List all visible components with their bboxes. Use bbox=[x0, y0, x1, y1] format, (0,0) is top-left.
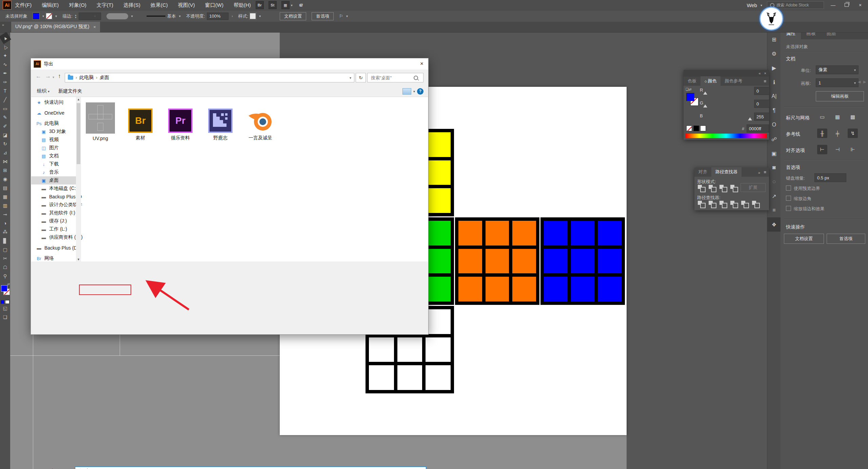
channel-value[interactable]: 0 bbox=[754, 100, 770, 108]
tab-color-guide[interactable]: 颜色参考 bbox=[721, 76, 746, 86]
fill-swatch[interactable] bbox=[686, 93, 694, 101]
menu-item[interactable]: 对象(O) bbox=[69, 2, 86, 8]
minimize-button[interactable]: — bbox=[829, 2, 837, 8]
hand-tool[interactable]: ☖ bbox=[1, 263, 9, 272]
snap-to-grid-icon[interactable]: ⊢ bbox=[817, 145, 827, 154]
stroke-color-swatch[interactable] bbox=[46, 13, 52, 19]
filename-input[interactable]: 贴图 ▾ bbox=[75, 467, 426, 469]
show-grid-icon[interactable]: ▦ bbox=[832, 112, 843, 122]
lasso-tool[interactable]: ∿ bbox=[1, 60, 9, 69]
none-mode-icon[interactable] bbox=[6, 300, 9, 304]
sidebar-item[interactable]: ▬ 其他软件 (I:) bbox=[31, 209, 76, 217]
keyboard-increment-input[interactable]: 0.5 px bbox=[814, 173, 846, 182]
smart-guides-icon[interactable]: ↯ bbox=[848, 129, 858, 138]
menu-item[interactable]: 文字(T) bbox=[97, 2, 113, 8]
artboard-tool[interactable]: ▢ bbox=[1, 245, 9, 254]
type-tool[interactable]: T bbox=[1, 86, 9, 95]
line-segment-tool[interactable]: ╱ bbox=[1, 95, 9, 104]
column-graph-tool[interactable]: ▊ bbox=[1, 236, 9, 245]
perspective-grid-tool[interactable]: ▤ bbox=[1, 183, 9, 192]
chevron-down-icon[interactable]: ▾ bbox=[350, 76, 351, 80]
stroke-weight-combo[interactable]: ▾ bbox=[79, 13, 101, 20]
edit-artboards-button[interactable]: 编辑画板 bbox=[816, 91, 864, 101]
user-avatar[interactable] bbox=[760, 7, 783, 31]
sidebar-item[interactable]: ▤ 视频 bbox=[31, 136, 76, 144]
mesh-tool[interactable]: ▦ bbox=[1, 192, 9, 201]
eyedropper-tool[interactable]: ⊸ bbox=[1, 210, 9, 219]
refresh-button[interactable]: ↻ bbox=[356, 73, 366, 82]
breadcrumb-desktop[interactable]: 桌面 bbox=[100, 75, 109, 81]
expand-button[interactable]: 扩展 bbox=[741, 183, 766, 192]
panel-menu-icon[interactable]: ≡ bbox=[764, 170, 766, 175]
stroke-weight-stepper[interactable]: ▲▼ bbox=[75, 14, 77, 19]
width-tool[interactable]: ⋈ bbox=[1, 157, 9, 166]
sidebar-item[interactable]: ▤ 文档 bbox=[31, 152, 76, 160]
view-mode-icon[interactable] bbox=[402, 88, 411, 95]
shape-builder-tool[interactable]: ◉ bbox=[1, 175, 9, 183]
menu-item[interactable]: 选择(S) bbox=[123, 2, 140, 8]
pointer-options-icon[interactable]: ⚐ ▾ bbox=[339, 14, 348, 19]
share-icon[interactable]: 🖅 bbox=[297, 1, 305, 9]
sidebar-item[interactable]: ▣ 桌面 bbox=[31, 176, 76, 184]
rotate-tool[interactable]: ↻ bbox=[1, 139, 9, 148]
menu-item[interactable]: 文件(F) bbox=[15, 2, 32, 8]
slice-tool[interactable]: ✂ bbox=[1, 254, 9, 263]
tab-swatches[interactable]: 色板 bbox=[684, 76, 701, 86]
shaper-tool[interactable]: ✐ bbox=[1, 122, 9, 131]
sidebar-item[interactable]: ▬ 供应商资料 (M:) bbox=[31, 233, 76, 241]
graphic-style-swatch[interactable] bbox=[250, 13, 256, 19]
close-panel-icon[interactable]: × bbox=[764, 71, 766, 75]
breadcrumb-this-pc[interactable]: 此电脑 bbox=[79, 75, 94, 81]
transparency-panel-icon[interactable]: ◌ bbox=[767, 175, 781, 189]
align-panel-icon[interactable]: ≡ bbox=[767, 203, 781, 217]
tab-color[interactable]: ◇ 颜色 bbox=[701, 76, 721, 86]
merge-icon[interactable] bbox=[719, 200, 727, 207]
sidebar-item[interactable]: ♪ 音乐 bbox=[31, 168, 76, 176]
document-setup-button[interactable]: 文档设置 bbox=[280, 12, 306, 20]
white-swatch[interactable] bbox=[700, 125, 706, 131]
color-gradient-none-control[interactable] bbox=[1, 300, 9, 304]
opacity-combo[interactable]: 100% bbox=[207, 13, 229, 20]
actions-panel-icon[interactable]: ⚙ bbox=[767, 46, 781, 61]
forward-button[interactable]: → bbox=[45, 73, 51, 80]
file-tile-media-encoder[interactable]: 野鹿志 bbox=[202, 102, 239, 141]
tab-close-icon[interactable]: × bbox=[93, 24, 96, 30]
free-transform-tool[interactable]: ⊞ bbox=[1, 166, 9, 175]
restore-button[interactable] bbox=[842, 2, 851, 8]
menu-item[interactable]: 编辑(E) bbox=[42, 2, 59, 8]
preference-checkbox[interactable]: 缩放描边和效果 bbox=[786, 206, 825, 212]
lock-guides-icon[interactable]: ╪ bbox=[832, 129, 843, 138]
checkbox-icon[interactable] bbox=[786, 206, 791, 211]
sidebar-item[interactable]: ▬ 设计办公类软件 bbox=[31, 201, 76, 209]
swap-fill-stroke-icon[interactable]: ⇄ bbox=[7, 282, 10, 286]
document-tab[interactable]: UV.png* @ 100% (RGB/GPU 预览) × bbox=[11, 21, 100, 32]
quick-swatches[interactable] bbox=[686, 125, 706, 131]
new-folder-button[interactable]: 新建文件夹 bbox=[58, 88, 82, 94]
channel-slider[interactable] bbox=[705, 115, 751, 118]
checkbox-icon[interactable] bbox=[786, 185, 791, 191]
sidebar-item[interactable]: ▬ 缓存 (J:) bbox=[31, 217, 76, 225]
symbol-sprayer-tool[interactable]: ⁂ bbox=[1, 228, 9, 236]
back-button[interactable]: ← bbox=[36, 73, 41, 80]
recent-locations-icon[interactable]: ▾ bbox=[53, 75, 54, 79]
pen-tool[interactable]: ✒ bbox=[1, 69, 9, 78]
trim-icon[interactable] bbox=[708, 200, 716, 207]
sidebar-item[interactable]: ▬ Backup Plus (D bbox=[31, 193, 76, 201]
file-tile-blender[interactable]: 一言及诚呈 bbox=[242, 102, 279, 141]
up-button[interactable]: ↑ bbox=[58, 73, 61, 80]
brush-definition-combo[interactable] bbox=[106, 13, 128, 19]
show-transparency-grid-icon[interactable]: ▩ bbox=[848, 112, 858, 122]
channel-slider[interactable] bbox=[705, 102, 751, 105]
unit-select[interactable]: 像素▾ bbox=[816, 65, 859, 74]
tab-align[interactable]: 对齐 bbox=[694, 167, 711, 177]
crop-icon[interactable] bbox=[730, 200, 738, 207]
stock-button[interactable]: St bbox=[269, 1, 277, 9]
file-tile-premiere[interactable]: Pr 循乐资料 bbox=[162, 102, 199, 141]
arrange-documents-button[interactable]: ▦ bbox=[281, 1, 290, 9]
sidebar-item[interactable]: ▬ 本地磁盘 (C:) bbox=[31, 184, 76, 193]
image-trace-panel-icon[interactable]: ◙ bbox=[767, 160, 781, 175]
rectangle-tool[interactable]: ▭ bbox=[1, 104, 9, 113]
outline-icon[interactable] bbox=[741, 200, 749, 207]
channel-value[interactable]: 255 bbox=[754, 113, 770, 121]
eraser-tool[interactable]: ◪ bbox=[1, 131, 9, 139]
